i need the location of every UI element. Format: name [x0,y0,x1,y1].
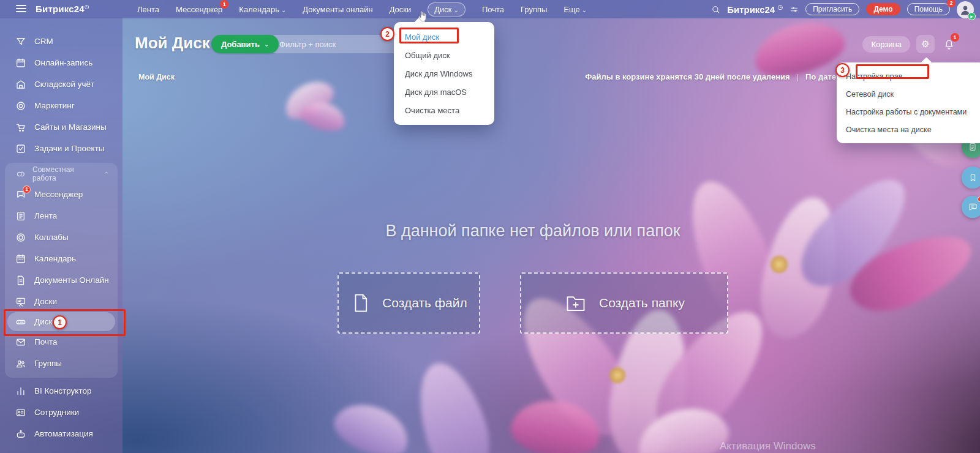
hamburger-menu-icon[interactable] [16,5,26,13]
menu-item-label: Диск для Windows [405,69,472,78]
chat-bubble-icon [968,202,978,212]
sidebar-item-employees[interactable]: Сотрудники [0,402,123,423]
chevron-down-icon: ⌄ [281,7,286,13]
sidebar-item-marketing[interactable]: Маркетинг [0,95,123,116]
feed-icon [15,211,26,222]
notifications-button[interactable]: 1 [941,36,957,53]
clock-icon: ◷ [85,4,89,10]
topnav-item-documents-online[interactable]: Документы онлайн [303,5,372,14]
sidebar-section-header[interactable]: Совместная работа ⌃ [5,164,118,184]
calendar-icon [15,58,26,69]
chevron-up-icon: ⌃ [104,171,109,178]
video-play-badge: ▶ [968,12,976,20]
windows-activation-watermark: Активация Windows [720,440,816,452]
topnav-item-messenger[interactable]: Мессенджер1 [176,5,222,14]
topnav-label: Документы онлайн [303,5,372,14]
topnav-item-boards[interactable]: Доски [390,5,412,14]
chat-icon: 1 [15,189,26,200]
trash-button-label: Корзина [871,40,902,49]
sidebar-item-tasks-projects[interactable]: Задачи и Проекты [0,138,123,159]
help-button[interactable]: Помощь2 [907,3,950,15]
annotation-step-2-circle: 2 [380,27,394,41]
menu-item-label: Сетевой диск [846,90,894,99]
create-file-button[interactable]: Создать файл [337,272,480,334]
bookmark-float-button[interactable] [962,167,980,189]
trash-button[interactable]: Корзина [862,36,910,53]
sidebar-section-collaboration: Совместная работа ⌃ 1 Мессенджер Лента К… [5,163,118,378]
target-icon [15,100,26,111]
flower-petal [328,394,417,453]
breadcrumb[interactable]: Мой Диск [138,73,175,81]
menu-item-shared-disk[interactable]: Общий диск [394,46,494,64]
menu-item-document-settings[interactable]: Настройка работы с документами [837,103,980,121]
menu-item-disk-cleanup[interactable]: Очистка места на диске [837,121,980,138]
topnav-item-more[interactable]: Еще⌄ [564,5,587,14]
sidebar-item-sites-stores[interactable]: Сайты и Магазины [0,116,123,138]
sidebar-item-automation[interactable]: Автоматизация [0,423,123,444]
menu-item-disk-windows[interactable]: Диск для Windows [394,64,494,83]
top-bar: Битрикс24◷ Лента Мессенджер1 Календарь⌄ … [0,0,980,18]
settings-gear-button[interactable]: ⚙ [916,35,935,53]
annotation-step-3-rect [856,64,929,79]
sidebar-item-label: Автоматизация [34,429,93,438]
app-logo-text: Битрикс24 [36,4,85,14]
sliders-icon[interactable] [790,5,799,14]
topnav-label: Еще [564,5,579,14]
sidebar-item-groups[interactable]: Группы [5,353,118,374]
demo-button[interactable]: Демо [866,3,900,15]
app-logo[interactable]: Битрикс24◷ [36,4,89,14]
flower-center [609,367,625,383]
user-avatar[interactable]: ▶ [957,1,974,18]
page-title: Мой Диск [135,34,210,53]
create-folder-button[interactable]: Создать папку [520,272,728,334]
flower-center [771,256,788,273]
search-icon[interactable] [711,5,720,14]
topnav-label: Диск [434,5,451,14]
invite-button[interactable]: Пригласить [805,3,859,15]
topnav-label: Мессенджер [176,5,222,14]
sidebar-item-documents-online[interactable]: Документы Онлайн [5,269,118,291]
chat-float-button[interactable] [962,196,980,218]
rings-icon [15,232,26,243]
sidebar-item-collabs[interactable]: Коллабы [5,226,118,248]
menu-item-label: Очистка места [405,106,459,115]
sidebar-item-inventory[interactable]: Складской учёт [0,73,123,95]
menu-item-disk-macos[interactable]: Диск для macOS [394,83,494,101]
menu-item-free-space[interactable]: Очистка места [394,101,494,119]
notifications-badge: 1 [951,33,959,42]
menu-item-network-drive[interactable]: Сетевой диск [837,85,980,103]
brand-name[interactable]: Битрикс24 ◷ [727,4,783,15]
sidebar-item-label: Документы Онлайн [34,275,109,285]
topnav-item-lenta[interactable]: Лента [137,5,159,14]
sidebar-item-label: Онлайн-запись [34,58,92,67]
create-actions: Создать файл Создать папку [337,272,728,334]
gear-icon: ⚙ [921,39,929,50]
people-icon [15,358,26,369]
filter-search-input[interactable] [272,35,399,53]
folder-plus-icon [564,292,588,314]
topnav-item-groups[interactable]: Группы [521,5,547,14]
chevron-down-icon: ⌄ [454,7,459,13]
sort-by-date[interactable]: По дате [805,72,836,81]
create-file-label: Создать файл [382,296,467,310]
sidebar-item-calendar[interactable]: Календарь [5,248,118,269]
add-button-label: Добавить [221,40,260,49]
messenger-badge: 1 [23,185,31,193]
warehouse-icon [15,79,26,90]
topnav-item-disk[interactable]: Диск⌄ [428,2,466,17]
sidebar-item-label: CRM [34,37,53,46]
sidebar-item-online-booking[interactable]: Онлайн-запись [0,52,123,73]
sidebar-item-messenger[interactable]: 1 Мессенджер [5,184,118,205]
topnav-label: Календарь [239,5,279,14]
sidebar-item-bi-builder[interactable]: BI Конструктор [0,380,123,402]
sidebar-item-crm[interactable]: CRM [0,31,123,52]
cart-icon [15,122,26,133]
add-button[interactable]: Добавить ⌄ [211,35,279,53]
topnav-item-mail[interactable]: Почта [482,5,504,14]
topnav-item-calendar[interactable]: Календарь⌄ [239,5,286,14]
annotation-step-1-circle: 1 [53,315,67,329]
sidebar-item-feed[interactable]: Лента [5,205,118,226]
messenger-badge: 1 [220,0,228,9]
topnav-label: Доски [390,5,412,14]
top-navigation: Лента Мессенджер1 Календарь⌄ Документы о… [137,0,587,18]
